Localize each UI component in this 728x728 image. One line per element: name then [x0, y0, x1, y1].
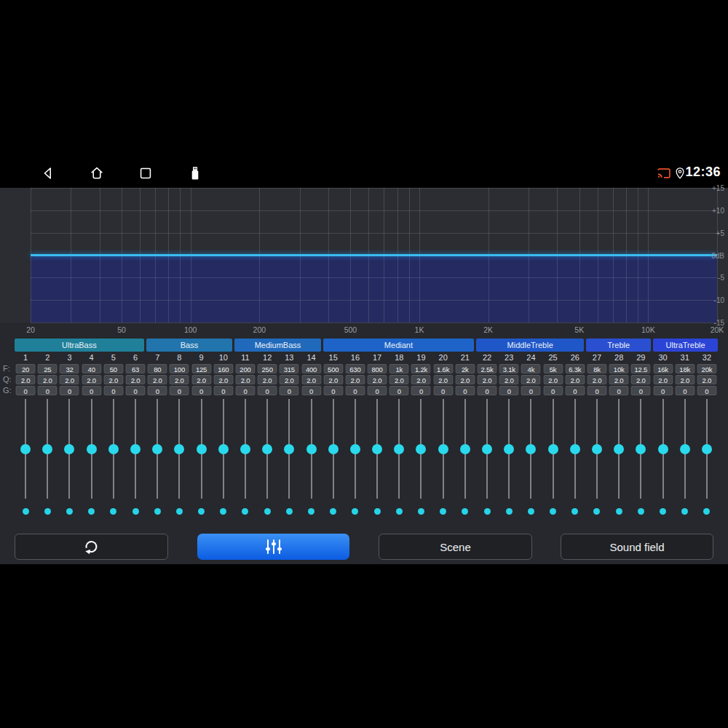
channel-21-f-value[interactable]: 2k: [455, 364, 475, 373]
eq-slider-knob[interactable]: [197, 444, 207, 454]
channel-19-f-value[interactable]: 1.2k: [411, 364, 431, 373]
channel-1-q-value[interactable]: 2.0: [16, 375, 36, 384]
channel-3-g-value[interactable]: 0: [60, 386, 79, 395]
eq-slider-knob[interactable]: [262, 444, 272, 454]
eq-slider-knob[interactable]: [702, 444, 712, 454]
channel-31-f-value[interactable]: 18k: [675, 364, 695, 373]
channel-9-g-value[interactable]: 0: [191, 386, 211, 395]
channel-31-q-value[interactable]: 2.0: [675, 375, 695, 384]
channel-8-q-value[interactable]: 2.0: [170, 375, 189, 384]
channel-23-q-value[interactable]: 2.0: [499, 375, 519, 384]
channel-20-q-value[interactable]: 2.0: [433, 375, 453, 384]
eq-slider-knob[interactable]: [350, 444, 360, 454]
eq-slider-knob[interactable]: [658, 444, 668, 454]
channel-28-q-value[interactable]: 2.0: [609, 375, 629, 384]
channel-2-g-value[interactable]: 0: [38, 386, 58, 395]
channel-29-f-value[interactable]: 12.5: [631, 364, 651, 373]
channel-16-g-value[interactable]: 0: [345, 386, 365, 395]
channel-13-q-value[interactable]: 2.0: [280, 375, 299, 384]
eq-slider-knob[interactable]: [42, 444, 52, 454]
channel-26-q-value[interactable]: 2.0: [565, 375, 585, 384]
channel-30-f-value[interactable]: 16k: [653, 364, 673, 373]
eq-slider-knob[interactable]: [570, 444, 580, 454]
equalizer-button[interactable]: [197, 534, 349, 560]
channel-6-g-value[interactable]: 0: [126, 386, 146, 395]
eq-slider-knob[interactable]: [636, 444, 646, 454]
channel-14-q-value[interactable]: 2.0: [301, 375, 321, 384]
sound-field-button[interactable]: Sound field: [561, 534, 713, 560]
channel-7-g-value[interactable]: 0: [148, 386, 167, 395]
eq-slider-knob[interactable]: [306, 444, 317, 454]
channel-17-g-value[interactable]: 0: [368, 386, 387, 395]
channel-4-f-value[interactable]: 40: [82, 364, 101, 373]
channel-19-g-value[interactable]: 0: [411, 386, 431, 395]
channel-8-g-value[interactable]: 0: [170, 386, 189, 395]
channel-9-q-value[interactable]: 2.0: [191, 375, 211, 384]
channel-16-f-value[interactable]: 630: [345, 364, 365, 373]
channel-23-f-value[interactable]: 3.1k: [499, 364, 519, 373]
eq-slider-knob[interactable]: [504, 444, 514, 454]
channel-32-g-value[interactable]: 0: [697, 386, 716, 395]
channel-24-g-value[interactable]: 0: [521, 386, 541, 395]
channel-14-g-value[interactable]: 0: [301, 386, 321, 395]
channel-26-f-value[interactable]: 6.3k: [565, 364, 585, 373]
channel-14-f-value[interactable]: 400: [301, 364, 321, 373]
eq-slider-knob[interactable]: [482, 444, 492, 454]
eq-slider-knob[interactable]: [130, 444, 141, 454]
channel-10-q-value[interactable]: 2.0: [213, 375, 233, 384]
channel-12-q-value[interactable]: 2.0: [258, 375, 277, 384]
channel-25-f-value[interactable]: 5k: [543, 364, 563, 373]
channel-29-q-value[interactable]: 2.0: [631, 375, 651, 384]
channel-16-q-value[interactable]: 2.0: [345, 375, 365, 384]
eq-slider-knob[interactable]: [526, 444, 536, 454]
eq-slider-knob[interactable]: [592, 444, 602, 454]
channel-18-f-value[interactable]: 1k: [389, 364, 409, 373]
channel-22-g-value[interactable]: 0: [478, 386, 497, 395]
usb-button[interactable]: [187, 165, 203, 181]
channel-20-f-value[interactable]: 1.6k: [433, 364, 453, 373]
eq-slider-knob[interactable]: [64, 444, 74, 454]
channel-5-q-value[interactable]: 2.0: [103, 375, 123, 384]
channel-21-g-value[interactable]: 0: [455, 386, 475, 395]
channel-5-g-value[interactable]: 0: [103, 386, 123, 395]
back-button[interactable]: [40, 165, 56, 181]
channel-23-g-value[interactable]: 0: [499, 386, 519, 395]
channel-17-f-value[interactable]: 800: [368, 364, 387, 373]
eq-slider-knob[interactable]: [372, 444, 382, 454]
eq-slider-knob[interactable]: [20, 444, 31, 454]
channel-13-f-value[interactable]: 315: [280, 364, 299, 373]
channel-8-f-value[interactable]: 100: [170, 364, 189, 373]
channel-32-q-value[interactable]: 2.0: [697, 375, 716, 384]
channel-12-f-value[interactable]: 250: [258, 364, 277, 373]
channel-11-f-value[interactable]: 200: [235, 364, 255, 373]
channel-11-g-value[interactable]: 0: [235, 386, 255, 395]
eq-slider-knob[interactable]: [394, 444, 404, 454]
channel-28-f-value[interactable]: 10k: [609, 364, 629, 373]
channel-10-g-value[interactable]: 0: [213, 386, 233, 395]
channel-28-g-value[interactable]: 0: [609, 386, 629, 395]
channel-2-f-value[interactable]: 25: [38, 364, 58, 373]
channel-15-q-value[interactable]: 2.0: [323, 375, 343, 384]
channel-24-f-value[interactable]: 4k: [521, 364, 541, 373]
eq-slider-knob[interactable]: [108, 444, 119, 454]
channel-21-q-value[interactable]: 2.0: [455, 375, 475, 384]
channel-1-f-value[interactable]: 20: [16, 364, 36, 373]
channel-27-q-value[interactable]: 2.0: [587, 375, 606, 384]
channel-17-q-value[interactable]: 2.0: [368, 375, 387, 384]
channel-6-f-value[interactable]: 63: [126, 364, 146, 373]
channel-3-q-value[interactable]: 2.0: [60, 375, 79, 384]
channel-15-f-value[interactable]: 500: [323, 364, 343, 373]
home-button[interactable]: [89, 165, 105, 181]
channel-24-q-value[interactable]: 2.0: [521, 375, 541, 384]
channel-11-q-value[interactable]: 2.0: [235, 375, 255, 384]
channel-2-q-value[interactable]: 2.0: [38, 375, 58, 384]
channel-7-q-value[interactable]: 2.0: [148, 375, 167, 384]
eq-slider-knob[interactable]: [460, 444, 470, 454]
channel-4-g-value[interactable]: 0: [82, 386, 101, 395]
channel-22-f-value[interactable]: 2.5k: [478, 364, 497, 373]
channel-20-g-value[interactable]: 0: [433, 386, 453, 395]
scene-button[interactable]: Scene: [379, 534, 532, 560]
eq-slider-knob[interactable]: [284, 444, 294, 454]
channel-3-f-value[interactable]: 32: [60, 364, 79, 373]
channel-18-q-value[interactable]: 2.0: [389, 375, 409, 384]
